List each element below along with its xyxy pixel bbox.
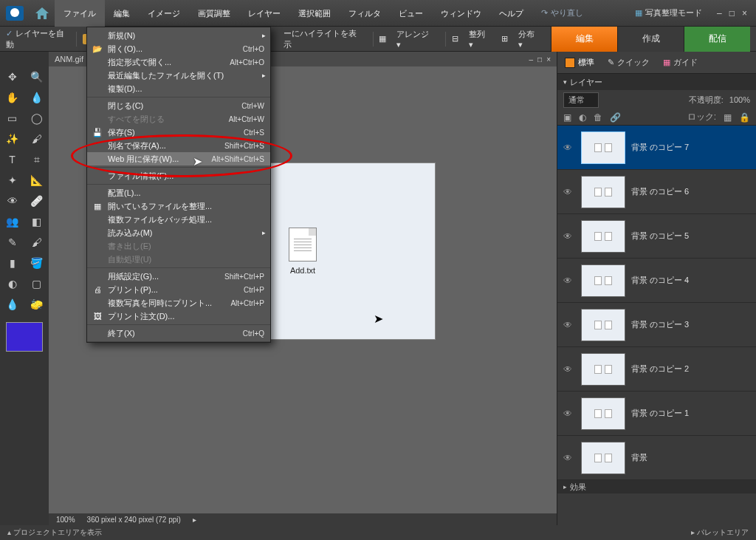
layer-name[interactable]: 背景 のコピー 2 <box>631 363 689 375</box>
opacity-value[interactable]: 100% <box>729 95 750 104</box>
eraser-tool[interactable]: ◧ <box>24 211 49 232</box>
status-arrow-icon[interactable]: ▸ <box>193 516 196 524</box>
menu-item[interactable]: 💾保存(S)Ctrl+S <box>87 126 270 139</box>
distribute-dropdown[interactable]: 分布 ▾ <box>514 29 545 49</box>
menu-filter[interactable]: フィルタ <box>340 0 390 27</box>
align-dropdown[interactable]: 整列 ▾ <box>464 29 495 49</box>
layer-thumbnail[interactable] <box>581 353 625 386</box>
crop-tool[interactable]: ⌗ <box>24 149 49 170</box>
lock-all-icon[interactable]: 🔒 <box>739 112 750 123</box>
brush-tool[interactable]: 🖌 <box>24 232 49 253</box>
mode-tab-create[interactable]: 作成 <box>617 27 684 52</box>
mode-tab-share[interactable]: 配信 <box>684 27 750 52</box>
layer-row[interactable]: 👁背景 のコピー 1 <box>557 392 756 436</box>
layer-row[interactable]: 👁背景 <box>557 436 756 480</box>
gradient-tool[interactable]: ◐ <box>0 273 24 294</box>
menu-item[interactable]: 🖨プリント(P)...Ctrl+P <box>87 283 270 296</box>
layer-row[interactable]: 👁背景 のコピー 2 <box>557 347 756 392</box>
layer-thumbnail[interactable] <box>581 264 625 297</box>
menu-item[interactable]: 指定形式で開く...Alt+Ctrl+O <box>87 55 270 69</box>
menu-image[interactable]: イメージ <box>139 0 189 27</box>
layer-name[interactable]: 背景 のコピー 5 <box>631 230 689 242</box>
clone-tool[interactable]: 👥 <box>0 211 24 232</box>
layer-name[interactable]: 背景 のコピー 1 <box>631 408 689 419</box>
menu-item[interactable]: 最近編集したファイルを開く(T) <box>87 69 270 82</box>
hand-tool[interactable]: ✋ <box>0 87 24 108</box>
menu-item[interactable]: ファイル情報(F)... <box>87 169 270 182</box>
menu-item[interactable]: 用紙設定(G)...Shift+Ctrl+P <box>87 270 270 283</box>
layer-thumbnail[interactable] <box>581 131 625 164</box>
shape-tool[interactable]: ▢ <box>24 273 49 294</box>
menu-item[interactable]: 複製(D)... <box>87 82 270 95</box>
photo-organize-mode[interactable]: ▦ 写真整理モード <box>629 7 708 18</box>
visibility-toggle-icon[interactable]: 👁 <box>563 364 575 375</box>
layer-thumbnail[interactable] <box>581 442 625 474</box>
wand-tool[interactable]: ✨ <box>0 129 24 149</box>
project-area-toggle[interactable]: ▴ プロジェクトエリアを表示 <box>7 527 102 538</box>
menu-view[interactable]: ビュー <box>390 0 432 27</box>
cookie-cutter-tool[interactable]: ✦ <box>0 170 24 191</box>
menu-item[interactable]: 閉じる(C)Ctrl+W <box>87 99 270 112</box>
menu-item[interactable]: 終了(X)Ctrl+Q <box>87 327 270 340</box>
visibility-toggle-icon[interactable]: 👁 <box>563 320 575 330</box>
layers-panel-header[interactable]: レイヤー <box>557 74 756 90</box>
menu-item[interactable]: 🖼プリント注文(D)... <box>87 310 270 323</box>
visibility-toggle-icon[interactable]: 👁 <box>563 276 575 286</box>
menu-item[interactable]: Web 用に保存(W)...Alt+Shift+Ctrl+S <box>87 152 270 165</box>
menu-select[interactable]: 選択範囲 <box>289 0 340 27</box>
redo-button[interactable]: ↷やり直し <box>541 7 583 18</box>
marquee-tool[interactable]: ▭ <box>0 108 24 129</box>
layer-thumbnail[interactable] <box>581 309 625 341</box>
home-icon[interactable] <box>34 6 50 21</box>
visibility-toggle-icon[interactable]: 👁 <box>563 409 575 419</box>
menu-adjust[interactable]: 画質調整 <box>189 0 239 27</box>
eyedropper-tool[interactable]: 💧 <box>24 87 49 108</box>
layer-name[interactable]: 背景 のコピー 7 <box>631 142 689 153</box>
quick-select-tool[interactable]: 🖌 <box>24 129 49 149</box>
visibility-toggle-icon[interactable]: 👁 <box>563 187 575 197</box>
layer-name[interactable]: 背景 のコピー 6 <box>631 186 689 197</box>
pencil-tool[interactable]: ✎ <box>0 232 24 253</box>
layer-name[interactable]: 背景 <box>631 452 647 463</box>
menu-layer[interactable]: レイヤー <box>239 0 289 27</box>
zoom-level[interactable]: 100% <box>56 516 75 524</box>
menu-item[interactable]: 📂開く(O)...Ctrl+O <box>87 42 270 55</box>
menu-file[interactable]: ファイル <box>55 0 105 27</box>
menu-item[interactable]: ▦開いているファイルを整理... <box>87 199 270 213</box>
menu-item[interactable]: 新規(N) <box>87 29 270 42</box>
layer-row[interactable]: 👁背景 のコピー 5 <box>557 214 756 259</box>
panel-tab-guide[interactable]: ▦ガイド <box>663 57 698 68</box>
menu-window[interactable]: ウィンドウ <box>432 0 490 27</box>
palette-area-toggle[interactable]: ▸ パレットエリア <box>691 527 749 538</box>
layer-name[interactable]: 背景 のコピー 4 <box>631 275 689 286</box>
layer-thumbnail[interactable] <box>581 397 625 430</box>
highlight-label[interactable]: ーにハイライトを表示 <box>279 28 367 50</box>
visibility-toggle-icon[interactable]: 👁 <box>563 143 575 153</box>
move-tool[interactable]: ✥ <box>0 66 24 87</box>
doc-minimize[interactable]: – <box>529 55 534 64</box>
smart-brush-tool[interactable]: ▮ <box>0 253 24 273</box>
new-layer-icon[interactable]: ▣ <box>563 112 571 123</box>
blur-tool[interactable]: 💧 <box>0 294 24 315</box>
link-layers-icon[interactable]: 🔗 <box>610 112 621 123</box>
arrange-dropdown[interactable]: アレンジ ▾ <box>392 29 439 49</box>
effects-panel-header[interactable]: 効果 <box>557 480 756 493</box>
layer-thumbnail[interactable] <box>581 220 625 253</box>
lock-pixels-icon[interactable]: ▦ <box>724 112 732 123</box>
doc-close[interactable]: × <box>546 55 551 64</box>
layer-row[interactable]: 👁背景 のコピー 3 <box>557 303 756 347</box>
panel-tab-quick[interactable]: ✎クイック <box>608 57 650 68</box>
close-button[interactable]: × <box>742 8 747 18</box>
doc-maximize[interactable]: □ <box>537 55 542 64</box>
paint-bucket-tool[interactable]: 🪣 <box>24 253 49 273</box>
menu-item[interactable]: 複数写真を同時にプリント...Alt+Ctrl+P <box>87 296 270 310</box>
minimize-button[interactable]: – <box>717 8 722 18</box>
straighten-tool[interactable]: 📐 <box>24 170 49 191</box>
menu-item[interactable]: 読み込み(M) <box>87 226 270 239</box>
mode-tab-edit[interactable]: 編集 <box>551 27 617 52</box>
layer-name[interactable]: 背景 のコピー 3 <box>631 319 689 330</box>
redeye-tool[interactable]: 👁 <box>0 191 24 211</box>
menu-help[interactable]: ヘルプ <box>490 0 532 27</box>
healing-tool[interactable]: 🩹 <box>24 191 49 211</box>
layer-row[interactable]: 👁背景 のコピー 4 <box>557 259 756 303</box>
